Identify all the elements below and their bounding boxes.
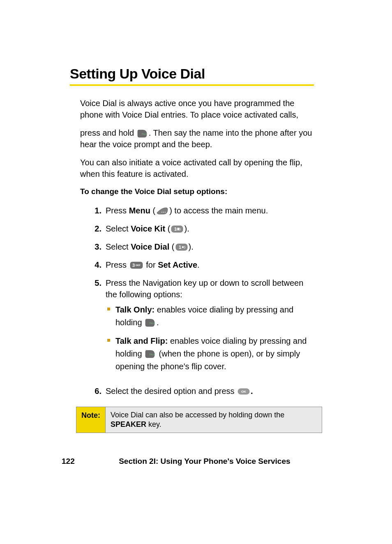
menu-key-icon: [156, 207, 168, 215]
svg-rect-6: [178, 228, 179, 230]
intro-p1: Voice Dial is always active once you hav…: [80, 97, 314, 120]
svg-rect-7: [176, 244, 187, 250]
text: for: [144, 260, 158, 269]
svg-text:TALK: TALK: [149, 353, 156, 356]
text: .: [197, 260, 200, 269]
text: .: [157, 318, 159, 327]
step-num: 5.: [88, 277, 106, 379]
intro-p3: You can also initiate a voice activated …: [80, 157, 314, 180]
voice-dial-label: Voice Dial: [131, 242, 169, 251]
text: Select: [106, 242, 131, 251]
svg-rect-9: [182, 246, 184, 248]
title-rule: [70, 84, 314, 86]
intro-p2: press and hold TALK. Then say the name i…: [80, 127, 314, 150]
text: Select: [106, 224, 131, 233]
one-key-icon: 1: [171, 225, 183, 233]
text: Press: [106, 206, 129, 215]
note-box: Note: Voice Dial can also be accessed by…: [76, 407, 322, 433]
svg-text:TALK: TALK: [149, 322, 156, 324]
intro-p2a: press and hold: [80, 128, 136, 137]
svg-point-1: [161, 212, 162, 213]
talk-key-icon: TALK: [145, 318, 156, 327]
svg-text:1: 1: [174, 227, 177, 231]
step-3: 3. Select Voice Dial (1).: [88, 241, 314, 252]
step-4: 4. Press 3DEF for Set Active.: [88, 259, 314, 271]
note-content: Voice Dial can also be accessed by holdi…: [106, 407, 322, 433]
step-1: 1. Press Menu () to access the main menu…: [88, 205, 314, 216]
text: ) to access the main menu.: [169, 206, 268, 215]
text: Select the desired option and press: [106, 387, 237, 396]
ok-key-icon: OK: [238, 388, 250, 395]
text: (: [169, 242, 174, 251]
step-num: 3.: [88, 241, 106, 252]
step-2: 2. Select Voice Kit (1).: [88, 223, 314, 234]
text: key.: [146, 420, 161, 428]
note-label: Note:: [76, 407, 106, 433]
talk-only-label: Talk Only:: [115, 305, 154, 314]
sub-talk-and-flip: Talk and Flip: enables voice dialing by …: [115, 335, 314, 373]
step-5: 5. Press the Navigation key up or down t…: [88, 277, 314, 379]
one-key-icon: 1: [175, 243, 188, 251]
svg-rect-4: [171, 226, 183, 232]
subhead: To change the Voice Dial setup options:: [80, 186, 314, 197]
steps-list: 1. Press Menu () to access the main menu…: [80, 205, 314, 397]
svg-point-3: [165, 212, 166, 213]
svg-text:1: 1: [179, 245, 181, 250]
svg-text:3: 3: [132, 263, 135, 268]
step-num: 2.: [88, 223, 106, 234]
three-def-key-icon: 3DEF: [130, 262, 143, 269]
text: .: [251, 387, 253, 396]
text: (: [165, 224, 170, 233]
speaker-label: SPEAKER: [111, 420, 146, 428]
page-number: 122: [62, 457, 75, 466]
svg-text:OK: OK: [241, 390, 246, 394]
talk-key-icon: TALK: [145, 350, 156, 359]
step-5-sublist: Talk Only: enables voice dialing by pres…: [106, 303, 314, 373]
text: Voice Dial can also be accessed by holdi…: [111, 411, 284, 419]
text: Press: [106, 260, 129, 269]
text: Press the Navigation key up or down to s…: [106, 278, 303, 299]
page-footer: 122 Section 2I: Using Your Phone's Voice…: [0, 457, 392, 466]
set-active-label: Set Active: [158, 260, 197, 269]
text: ).: [184, 224, 189, 233]
svg-text:TALK: TALK: [141, 133, 148, 135]
step-6: 6. Select the desired option and press O…: [88, 385, 314, 397]
sub-talk-only: Talk Only: enables voice dialing by pres…: [115, 303, 314, 329]
voice-kit-label: Voice Kit: [131, 224, 165, 233]
text: ).: [189, 242, 194, 251]
text: (: [150, 206, 155, 215]
page-title: Setting Up Voice Dial: [70, 66, 314, 82]
section-label: Section 2I: Using Your Phone's Voice Ser…: [95, 457, 314, 466]
svg-point-2: [163, 212, 164, 213]
step-num: 1.: [88, 205, 106, 216]
step-num: 4.: [88, 259, 106, 271]
svg-text:DEF: DEF: [136, 264, 141, 266]
talk-and-flip-label: Talk and Flip:: [115, 336, 168, 345]
talk-key-icon: TALK: [137, 129, 148, 138]
step-num: 6.: [88, 385, 106, 397]
menu-label: Menu: [129, 206, 150, 215]
